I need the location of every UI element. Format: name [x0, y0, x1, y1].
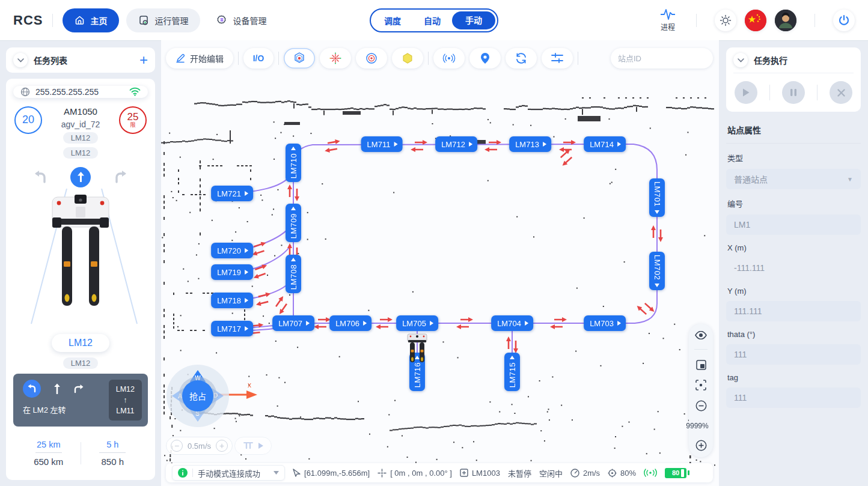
- pause-task-button[interactable]: [782, 81, 805, 104]
- gauge-icon: [570, 469, 579, 478]
- field-label-0: 类型: [727, 152, 860, 163]
- agv-marker[interactable]: [406, 333, 428, 363]
- station-direction-icon: [245, 326, 248, 331]
- station-search: [611, 48, 713, 68]
- field-label-1: 编号: [727, 198, 860, 209]
- status-bar: 手动模式连接成功 [61.099m,-5.656m] [ 0m , 0m , 0…: [166, 463, 713, 482]
- nav-home[interactable]: 主页: [63, 8, 119, 32]
- layer-pointcloud-button[interactable]: [320, 48, 351, 68]
- seize-button[interactable]: 抢占: [182, 380, 213, 412]
- location-pin-icon: [480, 52, 491, 64]
- io-button[interactable]: I/O: [243, 48, 274, 68]
- map-station-LM717[interactable]: LM717: [211, 321, 253, 336]
- map-station-LM705[interactable]: LM705: [396, 315, 438, 331]
- map-station-LM703[interactable]: LM703: [584, 315, 626, 331]
- next-station-pill: LM12: [63, 357, 99, 369]
- collapse-task-list-button[interactable]: [13, 53, 28, 67]
- collapse-exec-button[interactable]: [733, 53, 748, 67]
- bidirectional-route-arrows: [506, 336, 519, 354]
- field-value-3[interactable]: 111.111: [726, 301, 861, 321]
- turn-left-active-button[interactable]: [23, 380, 41, 398]
- mode-dispatch[interactable]: 调度: [373, 14, 412, 26]
- layer-target-button[interactable]: [356, 48, 387, 68]
- play-task-button[interactable]: [735, 81, 757, 104]
- station-tag: LM12: [63, 132, 99, 144]
- power-button[interactable]: [833, 10, 855, 31]
- turn-left-icon[interactable]: [32, 170, 47, 184]
- map-station-LM712[interactable]: LM712: [435, 136, 477, 152]
- map-station-LM708[interactable]: LM708: [286, 255, 301, 293]
- station-search-input[interactable]: [618, 54, 719, 63]
- field-value-0[interactable]: 普通站点▼: [726, 169, 861, 189]
- map-station-LM718[interactable]: LM718: [211, 293, 253, 308]
- pause-state: 未暂停: [508, 467, 531, 479]
- map-station-LM710[interactable]: LM710: [286, 144, 301, 182]
- start-edit-button[interactable]: 开始编辑: [166, 48, 233, 68]
- map-station-LM701[interactable]: LM701: [649, 178, 665, 217]
- speed-increase-button[interactable]: +: [216, 440, 228, 452]
- map-station-LM706[interactable]: LM706: [329, 315, 371, 331]
- locate-button[interactable]: [469, 48, 501, 68]
- zoom-in-button[interactable]: [695, 440, 707, 451]
- process-button[interactable]: 进程: [660, 8, 676, 32]
- refresh-button[interactable]: [506, 48, 537, 68]
- visibility-button[interactable]: [695, 331, 707, 339]
- map-station-LM721[interactable]: LM721: [211, 186, 253, 201]
- map-stage[interactable]: W A S D 抢占 x − 0.5m: [161, 40, 719, 486]
- filter-settings-button[interactable]: [542, 48, 573, 68]
- map-station-LM707[interactable]: LM707: [272, 315, 314, 331]
- total-distance: 650 km: [34, 457, 63, 467]
- speed-decrease-button[interactable]: −: [171, 440, 183, 452]
- task-exec-buttons: [726, 73, 861, 112]
- fork-action-button[interactable]: [234, 437, 272, 455]
- map-station-LM704[interactable]: LM704: [491, 315, 533, 331]
- map-view-controls: 9999%: [689, 324, 713, 457]
- bidirectional-route-arrows: [313, 317, 331, 330]
- map-station-LM714[interactable]: LM714: [584, 136, 626, 152]
- field-value-4[interactable]: 111: [726, 344, 861, 365]
- map-station-LM709[interactable]: LM709: [286, 204, 301, 242]
- layer-stations-button[interactable]: [284, 48, 315, 68]
- map-area[interactable]: W A S D 抢占 x − 0.5m: [161, 40, 719, 486]
- zoom-out-button[interactable]: [695, 400, 707, 412]
- field-value-1[interactable]: LM1: [726, 214, 861, 235]
- current-station-pill[interactable]: LM12: [52, 334, 109, 352]
- map-station-LM713[interactable]: LM713: [509, 136, 551, 152]
- map-station-LM719[interactable]: LM719: [211, 264, 253, 280]
- signal-icon: [644, 469, 657, 477]
- center-focus-button[interactable]: [695, 380, 706, 390]
- bidirectional-route-arrows: [651, 225, 664, 243]
- connection-status-dropdown[interactable]: 手动模式连接成功: [172, 465, 285, 481]
- station-direction-icon: [245, 298, 248, 303]
- vehicle-ip-row[interactable]: 255.255.255.255: [13, 86, 148, 98]
- station-direction-icon: [363, 321, 367, 326]
- station-direction-icon: [525, 321, 528, 326]
- map-station-LM702[interactable]: LM702: [649, 252, 665, 290]
- straight-icon[interactable]: [53, 383, 61, 394]
- bidirectional-route-arrows: [456, 317, 474, 330]
- map-station-LM715[interactable]: LM715: [504, 353, 520, 391]
- go-forward-button[interactable]: [70, 167, 91, 187]
- add-task-button[interactable]: +: [139, 54, 148, 66]
- task-list-header: 任务列表 +: [6, 47, 155, 73]
- manual-joystick[interactable]: W A S D 抢占: [167, 365, 229, 427]
- nav-device[interactable]: 设备管理: [204, 8, 278, 32]
- turn-right-icon[interactable]: [114, 170, 129, 184]
- language-flag-button[interactable]: [745, 10, 766, 31]
- turn-right-icon[interactable]: [73, 384, 84, 393]
- station-direction-icon: [291, 207, 296, 210]
- field-value-2: -111.111: [726, 258, 861, 278]
- mode-manual[interactable]: 手动: [452, 11, 495, 29]
- connection-status-text: 手动模式连接成功: [198, 467, 260, 479]
- nav-operation[interactable]: 运行管理: [126, 8, 200, 32]
- field-value-5[interactable]: 111: [726, 387, 861, 408]
- layer-area-button[interactable]: [392, 48, 423, 68]
- theme-button[interactable]: [715, 10, 736, 31]
- mode-auto[interactable]: 自动: [412, 14, 452, 26]
- avatar[interactable]: [775, 10, 796, 31]
- map-station-LM711[interactable]: LM711: [361, 136, 403, 152]
- cancel-task-button[interactable]: [830, 81, 852, 104]
- minimap-button[interactable]: [696, 360, 706, 370]
- map-station-LM720[interactable]: LM720: [211, 243, 253, 258]
- relocate-button[interactable]: [433, 48, 465, 68]
